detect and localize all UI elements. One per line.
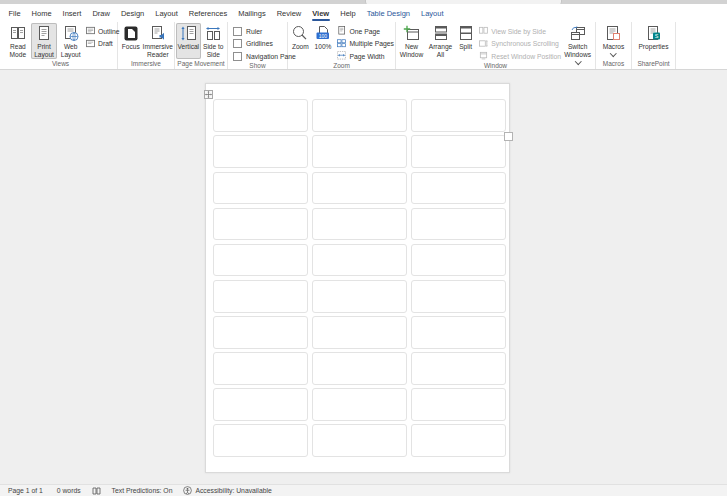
- ribbon-group-show: Ruler Gridlines Navigation Pane Show: [228, 22, 288, 69]
- page-indicator[interactable]: Page 1 of 1: [8, 487, 43, 494]
- one-page-button[interactable]: One Page: [337, 26, 394, 36]
- menu-tab-review[interactable]: Review: [271, 4, 307, 22]
- table-cell[interactable]: [411, 99, 507, 132]
- table-cell[interactable]: [213, 244, 309, 277]
- table-cell[interactable]: [213, 172, 309, 205]
- vertical-button[interactable]: Vertical: [176, 23, 201, 59]
- show-group-label: Show: [228, 61, 287, 70]
- menu-tab-table-design[interactable]: Table Design: [361, 4, 415, 22]
- table-cell[interactable]: [213, 280, 309, 313]
- table-cell[interactable]: [312, 99, 408, 132]
- navigation-pane-checkbox[interactable]: Navigation Pane: [233, 51, 296, 61]
- table-cell[interactable]: [411, 388, 507, 421]
- web-layout-label: Web Layout: [57, 43, 84, 59]
- table-cell[interactable]: [213, 388, 309, 421]
- table-cell[interactable]: [312, 280, 408, 313]
- table-cell[interactable]: [213, 316, 309, 349]
- table-cell[interactable]: [411, 244, 507, 277]
- checkbox-icon: [233, 39, 242, 48]
- read-mode-button[interactable]: Read Mode: [5, 23, 31, 59]
- immersive-reader-icon: [149, 25, 167, 42]
- multiple-pages-button[interactable]: Multiple Pages: [337, 39, 394, 49]
- side-to-side-button[interactable]: Side to Side: [201, 23, 226, 59]
- window-group-label: Window: [396, 61, 595, 70]
- table-cell[interactable]: [411, 424, 507, 457]
- menu-tab-view[interactable]: View: [307, 4, 335, 22]
- accessibility-status[interactable]: Accessibility: Unavailable: [183, 486, 271, 495]
- document-page[interactable]: [205, 83, 510, 473]
- ruler-checkbox[interactable]: Ruler: [233, 26, 296, 36]
- menu-tab-help[interactable]: Help: [335, 4, 361, 22]
- gridlines-checkbox[interactable]: Gridlines: [233, 39, 296, 49]
- table-cell[interactable]: [213, 99, 309, 132]
- menu-tab-design[interactable]: Design: [115, 4, 149, 22]
- menu-tab-draw[interactable]: Draw: [87, 4, 116, 22]
- zoom-button[interactable]: Zoom: [289, 23, 312, 59]
- split-button[interactable]: Split: [455, 23, 476, 59]
- table-cell[interactable]: [312, 316, 408, 349]
- zoom-100-button[interactable]: 100 100%: [312, 23, 335, 59]
- properties-button[interactable]: S Properties: [634, 23, 674, 59]
- text-predictions-status[interactable]: Text Predictions: On: [112, 487, 173, 494]
- table-cell[interactable]: [312, 424, 408, 457]
- table-move-handle[interactable]: [204, 90, 213, 99]
- outline-button[interactable]: Outline: [86, 26, 116, 36]
- menu-tab-references[interactable]: References: [183, 4, 232, 22]
- table-resize-handle[interactable]: [504, 132, 513, 141]
- table-cell[interactable]: [411, 316, 507, 349]
- table-cell[interactable]: [411, 280, 507, 313]
- menu-tab-mailings[interactable]: Mailings: [233, 4, 272, 22]
- focus-button[interactable]: Focus: [119, 23, 143, 59]
- checkbox-icon: [233, 27, 242, 36]
- table-cell[interactable]: [312, 208, 408, 241]
- table-cell[interactable]: [213, 424, 309, 457]
- switch-windows-button[interactable]: Switch Windows: [561, 23, 594, 59]
- menu-tab-home[interactable]: Home: [26, 4, 57, 22]
- chevron-down-icon: [610, 50, 616, 56]
- gridlines-label: Gridlines: [246, 40, 273, 47]
- ribbon-group-window: New Window Arrange All Split: [396, 22, 596, 69]
- svg-text:100: 100: [319, 33, 328, 39]
- table-cell[interactable]: [312, 172, 408, 205]
- macros-label: Macros: [603, 43, 625, 50]
- table-cell[interactable]: [312, 135, 408, 168]
- split-icon: [457, 25, 475, 42]
- table-cell[interactable]: [312, 244, 408, 277]
- ribbon-group-macros: Macros Macros: [596, 22, 632, 69]
- zoom-label: Zoom: [292, 43, 309, 51]
- word-count[interactable]: 0 words: [57, 487, 81, 494]
- table-cell[interactable]: [213, 208, 309, 241]
- reset-window-position-button: Reset Window Position: [479, 51, 561, 61]
- table-cell[interactable]: [411, 172, 507, 205]
- menu-tab-layout[interactable]: Layout: [416, 4, 450, 22]
- vertical-icon: [179, 25, 197, 42]
- draft-icon: [86, 39, 95, 49]
- table-cell[interactable]: [213, 352, 309, 385]
- switch-windows-icon: [569, 25, 587, 42]
- table-cell[interactable]: [411, 352, 507, 385]
- macros-button[interactable]: Macros: [598, 23, 630, 59]
- menu-tab-layout[interactable]: Layout: [150, 4, 184, 22]
- focus-label: Focus: [122, 43, 140, 51]
- draft-button[interactable]: Draft: [86, 39, 116, 49]
- svg-text:S: S: [654, 33, 658, 39]
- new-window-icon: [403, 25, 421, 42]
- arrange-all-button[interactable]: Arrange All: [426, 23, 455, 59]
- move-icon: [205, 91, 212, 98]
- page-width-label: Page Width: [349, 53, 384, 60]
- proofing-button[interactable]: [92, 487, 101, 495]
- table-cell[interactable]: [312, 388, 408, 421]
- menu-tab-file[interactable]: File: [3, 4, 26, 22]
- page-width-button[interactable]: Page Width: [337, 51, 394, 61]
- web-layout-button[interactable]: Web Layout: [57, 23, 84, 59]
- immersive-reader-button[interactable]: Immersive Reader: [143, 23, 173, 59]
- ribbon-group-zoom: Zoom 100 100% One Page Multiple Pages: [288, 22, 396, 69]
- table-cell[interactable]: [312, 352, 408, 385]
- table-cell[interactable]: [411, 135, 507, 168]
- menu-tab-insert[interactable]: Insert: [57, 4, 87, 22]
- table-cell[interactable]: [411, 208, 507, 241]
- print-layout-button[interactable]: Print Layout: [31, 23, 58, 59]
- table-cell[interactable]: [213, 135, 309, 168]
- new-window-button[interactable]: New Window: [397, 23, 426, 59]
- immersive-group-label: Immersive: [118, 59, 174, 69]
